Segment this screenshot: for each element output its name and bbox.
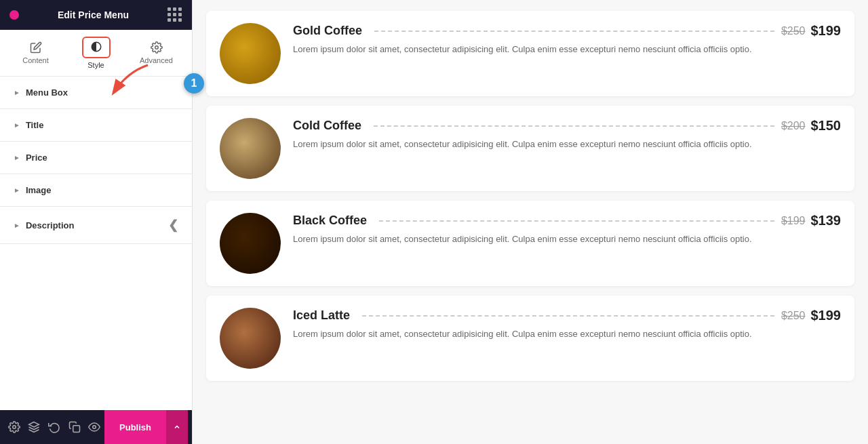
menu-info-iced-latte: Iced Latte $250 $199 Lorem ipsum dolor s… xyxy=(293,308,841,341)
chevron-right-icon: ► xyxy=(14,222,20,229)
collapse-panel-icon[interactable]: ❮ xyxy=(168,218,178,233)
accordion-item-price[interactable]: ► Price xyxy=(0,142,192,174)
menu-image-cold-coffee xyxy=(220,118,281,179)
menu-image-gold-coffee xyxy=(220,23,281,84)
tab-advanced-label: Advanced xyxy=(140,56,173,64)
menu-title-row-black-coffee: Black Coffee $199 $139 xyxy=(293,213,841,228)
menu-desc-black-coffee: Lorem ipsum dolor sit amet, consectetur … xyxy=(293,233,841,246)
menu-dots-iced-latte xyxy=(362,315,774,317)
menu-image-iced-latte xyxy=(220,308,281,369)
settings-icon xyxy=(8,421,20,433)
svg-marker-3 xyxy=(29,422,39,428)
tab-style[interactable]: Style xyxy=(66,30,126,76)
accordion-list: ► Menu Box ► Title ► Price ► Image ► Des… xyxy=(0,77,192,410)
tab-style-highlight xyxy=(82,37,111,58)
copy-icon xyxy=(68,421,81,433)
eye-button[interactable] xyxy=(84,410,104,444)
menu-name-iced-latte: Iced Latte xyxy=(293,308,350,323)
menu-name-gold-coffee: Gold Coffee xyxy=(293,24,362,38)
accordion-item-menu-box[interactable]: ► Menu Box xyxy=(0,77,192,109)
bottom-toolbar: Publish xyxy=(0,410,192,444)
svg-point-5 xyxy=(93,426,96,429)
layers-button[interactable] xyxy=(24,410,45,444)
menu-desc-cold-coffee: Lorem ipsum dolor sit amet, consectetur … xyxy=(293,138,841,151)
menu-info-black-coffee: Black Coffee $199 $139 Lorem ipsum dolor… xyxy=(293,213,841,246)
menu-title-row-gold-coffee: Gold Coffee $250 $199 xyxy=(293,23,841,39)
price-old-iced-latte: $250 xyxy=(781,310,806,322)
tab-bar: Content Style Advanced xyxy=(0,30,192,77)
publish-chevron-button[interactable] xyxy=(166,410,188,444)
accordion-label-price: Price xyxy=(26,153,47,163)
publish-button[interactable]: Publish xyxy=(104,410,166,444)
half-circle-icon xyxy=(90,41,102,53)
price-old-gold-coffee: $250 xyxy=(781,25,806,37)
right-content: Gold Coffee $250 $199 Lorem ipsum dolor … xyxy=(193,0,868,444)
accordion-label-title: Title xyxy=(26,120,44,130)
menu-card-gold-coffee: Gold Coffee $250 $199 Lorem ipsum dolor … xyxy=(206,11,854,96)
menu-dots-gold-coffee xyxy=(374,31,774,32)
menu-name-cold-coffee: Cold Coffee xyxy=(293,119,361,133)
left-panel: Edit Price Menu Content Style xyxy=(0,0,193,444)
accordion-label-image: Image xyxy=(26,185,52,195)
chevron-right-icon: ► xyxy=(14,186,20,194)
accordion-left-description: ► Description xyxy=(14,220,74,230)
price-new-black-coffee: $139 xyxy=(811,213,842,228)
tab-content[interactable]: Content xyxy=(5,30,66,76)
accordion-item-image[interactable]: ► Image xyxy=(0,174,192,207)
menu-image-black-coffee xyxy=(220,213,281,274)
price-old-cold-coffee: $200 xyxy=(781,120,806,132)
tab-style-label: Style xyxy=(87,61,104,69)
svg-point-2 xyxy=(13,426,16,429)
menu-title-row-cold-coffee: Cold Coffee $200 $150 xyxy=(293,118,841,134)
accordion-label-description: Description xyxy=(26,220,75,230)
grid-menu-icon[interactable] xyxy=(167,7,182,22)
svg-rect-4 xyxy=(73,426,79,432)
chevron-right-icon: ► xyxy=(14,89,20,96)
price-new-iced-latte: $199 xyxy=(811,308,842,323)
copy-button[interactable] xyxy=(64,410,85,444)
history-button[interactable] xyxy=(44,410,64,444)
menu-desc-gold-coffee: Lorem ipsum dolor sit amet, consectetur … xyxy=(293,43,841,56)
accordion-item-description[interactable]: ► Description ❮ xyxy=(0,207,192,244)
svg-point-0 xyxy=(155,46,158,49)
layers-icon xyxy=(28,421,40,433)
menu-prices-gold-coffee: $250 $199 xyxy=(781,23,841,39)
price-new-gold-coffee: $199 xyxy=(811,23,842,39)
pen-icon xyxy=(30,41,42,54)
tab-content-label: Content xyxy=(22,56,49,64)
menu-title-row-iced-latte: Iced Latte $250 $199 xyxy=(293,308,841,323)
menu-prices-black-coffee: $199 $139 xyxy=(781,213,841,228)
accordion-label-menu-box: Menu Box xyxy=(26,87,68,98)
menu-info-gold-coffee: Gold Coffee $250 $199 Lorem ipsum dolor … xyxy=(293,23,841,56)
accordion-item-title[interactable]: ► Title xyxy=(0,109,192,142)
menu-dots-cold-coffee xyxy=(374,125,774,127)
settings-button[interactable] xyxy=(4,410,24,444)
price-old-black-coffee: $199 xyxy=(781,215,806,227)
brand-dot xyxy=(9,10,19,20)
menu-desc-iced-latte: Lorem ipsum dolor sit amet, consectetur … xyxy=(293,327,841,341)
chevron-right-icon: ► xyxy=(14,121,20,129)
history-icon xyxy=(48,421,60,433)
editor-title: Edit Price Menu xyxy=(58,9,129,20)
top-bar: Edit Price Menu xyxy=(0,0,192,30)
eye-icon xyxy=(88,421,100,433)
gear-icon xyxy=(151,41,163,54)
menu-info-cold-coffee: Cold Coffee $200 $150 Lorem ipsum dolor … xyxy=(293,118,841,151)
menu-name-black-coffee: Black Coffee xyxy=(293,214,367,228)
chevron-up-icon xyxy=(173,423,181,431)
menu-prices-iced-latte: $250 $199 xyxy=(781,308,841,323)
tab-advanced[interactable]: Advanced xyxy=(126,30,186,76)
chevron-right-icon: ► xyxy=(14,154,20,161)
menu-card-black-coffee: Black Coffee $199 $139 Lorem ipsum dolor… xyxy=(206,201,854,286)
menu-card-cold-coffee: Cold Coffee $200 $150 Lorem ipsum dolor … xyxy=(206,106,854,191)
menu-dots-black-coffee xyxy=(379,220,774,222)
price-new-cold-coffee: $150 xyxy=(811,118,842,134)
menu-card-iced-latte: Iced Latte $250 $199 Lorem ipsum dolor s… xyxy=(206,296,854,381)
menu-prices-cold-coffee: $200 $150 xyxy=(781,118,841,134)
step-badge-1: 1 xyxy=(184,73,204,94)
